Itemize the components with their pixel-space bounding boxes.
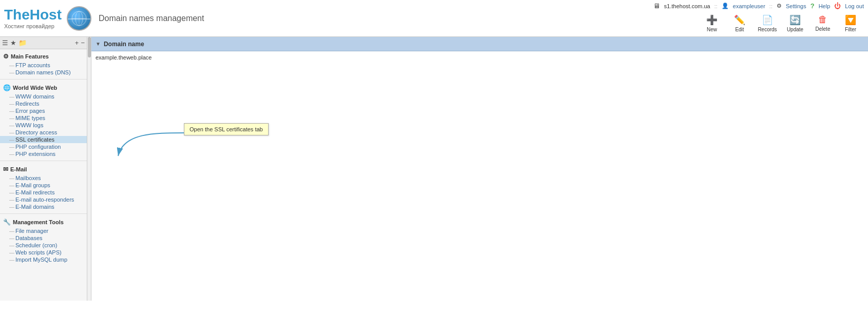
separator-2: :: xyxy=(769,3,772,9)
tree-dash: — xyxy=(9,235,14,241)
logo-the: The xyxy=(4,7,30,23)
sidebar-menu-icon[interactable]: ☰ xyxy=(2,39,8,47)
section-world-wide-web-header: 🌐 World Wide Web xyxy=(0,83,87,93)
logo: TheHost Хостинг провайдер xyxy=(4,7,62,29)
tree-dash: — xyxy=(9,243,14,248)
vertical-scrollbar-thumb xyxy=(88,37,91,57)
main-features-icon: ⚙ xyxy=(3,53,9,60)
section-main-features: ⚙ Main Features —FTP accounts —Domain na… xyxy=(0,49,87,78)
email-icon: ✉ xyxy=(3,166,8,173)
user-icon: 👤 xyxy=(722,3,729,9)
sidebar-item-error-pages[interactable]: —Error pages xyxy=(0,107,87,114)
section-email-label: E-Mail xyxy=(10,166,27,172)
tree-dash: — xyxy=(9,250,14,255)
globe-svg xyxy=(71,10,87,27)
sidebar-item-php-extensions[interactable]: —PHP extensions xyxy=(0,150,87,158)
tree-dash: — xyxy=(9,204,14,210)
tree-dash: — xyxy=(9,123,14,128)
divider-1 xyxy=(0,79,87,80)
expand-collapse-icon[interactable]: ▼ xyxy=(96,41,101,47)
sidebar-item-email-redirects[interactable]: —E-Mail redirects xyxy=(0,189,87,196)
server-icon: 🖥 xyxy=(653,2,660,10)
sidebar-star-icon[interactable]: ★ xyxy=(10,39,16,47)
section-main-features-header: ⚙ Main Features xyxy=(0,51,87,62)
sidebar-item-redirects[interactable]: —Redirects xyxy=(0,100,87,107)
delete-button[interactable]: 🗑 Delete xyxy=(809,12,836,34)
tree-dash: — xyxy=(9,190,14,195)
sidebar-collapse-icon[interactable]: − xyxy=(81,39,85,47)
sidebar-item-domain-names-dns[interactable]: —Domain names (DNS) xyxy=(0,69,87,76)
tooltip-arrow-svg xyxy=(113,130,185,161)
separator-1: :: xyxy=(714,3,718,9)
new-label: New xyxy=(707,27,717,32)
content-main: ▼ Domain name example.theweb.place Open … xyxy=(91,37,868,301)
top-bar-left: TheHost Хостинг провайдер Domain names m… xyxy=(4,6,204,31)
tree-dash: — xyxy=(9,228,14,234)
settings-icon: ⚙ xyxy=(777,3,782,9)
toolbar: ➕ New ✏️ Edit 📄 Records 🔄 Update 🗑 Delet… xyxy=(699,12,864,34)
sidebar-item-mime-types[interactable]: —MIME types xyxy=(0,114,87,122)
tree-dash: — xyxy=(9,183,14,188)
sidebar-item-file-manager[interactable]: —File manager xyxy=(0,227,87,234)
section-management-tools-header: 🔧 Management Tools xyxy=(0,217,87,227)
logout-link[interactable]: Log out xyxy=(845,3,864,9)
help-link[interactable]: Help xyxy=(819,3,831,9)
section-main-features-label: Main Features xyxy=(11,53,49,60)
sidebar-item-directory-access[interactable]: —Directory access xyxy=(0,129,87,136)
section-email-header: ✉ E-Mail xyxy=(0,164,87,174)
sidebar-item-import-mysql-dump[interactable]: —Import MySQL dump xyxy=(0,256,87,263)
sidebar-item-web-scripts-aps[interactable]: —Web scripts (APS) xyxy=(0,249,87,256)
section-management-tools: 🔧 Management Tools —File manager —Databa… xyxy=(0,215,87,265)
sidebar-item-ftp-accounts[interactable]: —FTP accounts xyxy=(0,62,87,69)
edit-button[interactable]: ✏️ Edit xyxy=(726,12,753,34)
sidebar-item-scheduler-cron[interactable]: —Scheduler (cron) xyxy=(0,242,87,249)
tooltip-container: Open the SSL certificates tab xyxy=(184,123,269,135)
sidebar-item-email-groups[interactable]: —E-Mail groups xyxy=(0,182,87,189)
edit-label: Edit xyxy=(735,27,744,32)
sidebar: ☰ ★ 📁 + − ⚙ Main Features —FTP accounts … xyxy=(0,37,87,301)
tree-dash: — xyxy=(9,175,14,181)
sidebar-item-email-auto-responders[interactable]: —E-mail auto-responders xyxy=(0,196,87,203)
sidebar-item-databases[interactable]: —Databases xyxy=(0,234,87,242)
sidebar-item-email-domains[interactable]: —E-Mail domains xyxy=(0,203,87,210)
www-icon: 🌐 xyxy=(3,84,11,91)
filter-icon: 🔽 xyxy=(845,14,856,26)
section-world-wide-web-label: World Wide Web xyxy=(13,85,57,91)
tree-dash: — xyxy=(9,63,14,68)
user-bar: 🖥 s1.thehost.com.ua :: 👤 exampleuser :: … xyxy=(653,2,864,10)
logo-subtitle: Хостинг провайдер xyxy=(4,23,62,29)
username-link[interactable]: exampleuser xyxy=(733,3,765,9)
server-label: s1.thehost.com.ua xyxy=(664,3,710,9)
sidebar-item-ssl-certificates[interactable]: —SSL certificates xyxy=(0,136,87,143)
filter-button[interactable]: 🔽 Filter xyxy=(837,12,864,34)
tree-dash: — xyxy=(9,257,14,263)
tree-dash: — xyxy=(9,197,14,203)
divider-3 xyxy=(0,213,87,214)
section-email: ✉ E-Mail —Mailboxes —E-Mail groups —E-Ma… xyxy=(0,162,87,212)
tree-dash: — xyxy=(9,130,14,135)
page-title: Domain names management xyxy=(99,14,204,23)
tree-dash: — xyxy=(9,94,14,100)
vertical-scrollbar-track xyxy=(87,37,91,301)
sidebar-toolbar: ☰ ★ 📁 + − xyxy=(0,37,87,49)
settings-link[interactable]: Settings xyxy=(786,3,806,9)
domain-entry: example.theweb.place xyxy=(96,53,864,62)
filter-label: Filter xyxy=(845,27,856,32)
sidebar-expand-icon[interactable]: + xyxy=(75,39,79,47)
tree-dash: — xyxy=(9,137,14,143)
sidebar-item-php-configuration[interactable]: —PHP configuration xyxy=(0,143,87,150)
sidebar-item-www-logs[interactable]: —WWW logs xyxy=(0,122,87,129)
records-button[interactable]: 📄 Records xyxy=(754,12,781,34)
tree-dash: — xyxy=(9,144,14,150)
logo-host: Host xyxy=(30,7,62,23)
sidebar-folder-icon[interactable]: 📁 xyxy=(18,39,27,47)
sidebar-item-www-domains[interactable]: —WWW domains xyxy=(0,93,87,100)
update-button[interactable]: 🔄 Update xyxy=(782,12,808,34)
logout-icon: ⏻ xyxy=(834,2,841,10)
sidebar-item-mailboxes[interactable]: —Mailboxes xyxy=(0,174,87,182)
column-header-label: Domain name xyxy=(104,41,144,48)
new-button[interactable]: ➕ New xyxy=(699,12,725,34)
help-icon: ? xyxy=(810,2,815,10)
edit-icon: ✏️ xyxy=(734,14,745,26)
column-header: ▼ Domain name xyxy=(91,37,868,51)
